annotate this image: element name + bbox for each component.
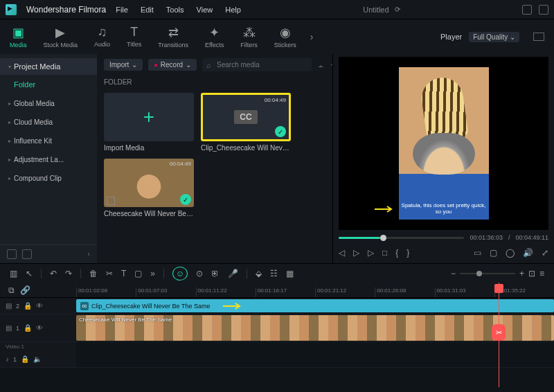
- snapshot-icon[interactable]: [533, 33, 544, 41]
- mask-icon[interactable]: ⛨: [211, 269, 220, 278]
- zoom-slider[interactable]: [460, 273, 515, 274]
- track-header-audio[interactable]: ♪ 1 🔒 🔈: [0, 351, 76, 367]
- tab-transitions[interactable]: ⇄Transitions: [158, 25, 188, 48]
- undo-icon[interactable]: ↶: [50, 269, 57, 278]
- select-tool-icon[interactable]: ↖: [26, 269, 33, 278]
- menu-view[interactable]: View: [197, 6, 213, 14]
- ribbon-next-icon[interactable]: ›: [310, 31, 314, 42]
- display-icon[interactable]: ▢: [490, 248, 497, 258]
- visibility-icon[interactable]: 👁: [36, 302, 43, 310]
- tab-audio[interactable]: ♫Audio: [94, 25, 110, 48]
- camera-icon[interactable]: ◯: [506, 248, 515, 258]
- play-icon[interactable]: ▷: [368, 248, 374, 258]
- render-icon[interactable]: ▦: [286, 269, 294, 278]
- clip-type-icon: [107, 197, 115, 205]
- search-icon: ⌕: [206, 61, 211, 69]
- quality-select[interactable]: Full Quality ⌄: [469, 32, 519, 42]
- ai-tool-icon[interactable]: ☺: [172, 267, 188, 280]
- cloud-sync-icon[interactable]: ⟳: [395, 6, 400, 13]
- caption-clip[interactable]: cc Clip_Cheesecake Will Never Be The Sam…: [76, 299, 554, 312]
- mark-in-icon[interactable]: {: [395, 248, 398, 258]
- clip-icon[interactable]: ▭: [474, 248, 481, 258]
- more-tools-icon[interactable]: »: [150, 269, 155, 278]
- import-button[interactable]: Import ⌄: [104, 59, 143, 71]
- annotation-arrow-icon: [373, 205, 394, 213]
- cc-clip-tile[interactable]: 00:04:49 CC ✓ Clip_Cheesecake Will Never…: [201, 93, 291, 152]
- save-icon[interactable]: [539, 5, 548, 15]
- track-header-video[interactable]: ▤ 1 🔒 👁: [0, 314, 76, 341]
- timeline-tracks: ▤ 2 🔒 👁 cc Clip_Cheesecake Will Never Be…: [0, 298, 554, 388]
- menu-tools[interactable]: Tools: [166, 6, 184, 14]
- tab-titles[interactable]: TTitles: [127, 25, 141, 48]
- preview-viewport[interactable]: Spatula, this does set pretty quick, so …: [339, 57, 548, 230]
- link-icon[interactable]: 🔗: [20, 285, 30, 295]
- titles-icon: T: [130, 25, 138, 39]
- menu-help[interactable]: Help: [225, 6, 241, 14]
- magnet-icon[interactable]: ⧉: [8, 285, 15, 295]
- sidebar-item-adjustment-layer[interactable]: Adjustment La...: [0, 150, 97, 169]
- lock-icon[interactable]: 🔒: [24, 324, 32, 332]
- zoom-in-icon[interactable]: +: [519, 269, 524, 278]
- timeline-ruler[interactable]: ⧉ 🔗 00:01:02:08 00:01:07:03 00:01:11:22 …: [0, 283, 554, 298]
- timeline-settings-icon[interactable]: ≡: [539, 269, 544, 278]
- sidebar-item-global-media[interactable]: Global Media: [0, 94, 97, 113]
- tab-filters[interactable]: ⁂Filters: [240, 25, 258, 48]
- playhead-handle[interactable]: [494, 284, 503, 293]
- volume-icon[interactable]: 🔊: [523, 248, 533, 258]
- sidebar-item-cloud-media[interactable]: Cloud Media: [0, 113, 97, 132]
- play-pause-icon[interactable]: ▷: [353, 248, 359, 258]
- layout-icon[interactable]: [522, 5, 532, 15]
- tab-stickers[interactable]: ◉Stickers: [274, 25, 296, 48]
- delete-marker-icon[interactable]: ✂: [492, 324, 506, 341]
- crop-icon[interactable]: ▢: [134, 269, 142, 278]
- voiceover-icon[interactable]: 🎤: [228, 269, 238, 278]
- track-header-cc[interactable]: ▤ 2 🔒 👁: [0, 298, 76, 314]
- mixer-icon[interactable]: ☷: [270, 269, 278, 278]
- sidebar-header[interactable]: ▾Project Media: [0, 58, 97, 75]
- folder-label: FOLDER: [97, 75, 332, 89]
- fullscreen-icon[interactable]: ⤢: [542, 248, 548, 258]
- marker-icon[interactable]: ⬙: [256, 269, 262, 278]
- sidebar-item-compound-clip[interactable]: Compound Clip: [0, 169, 97, 188]
- tab-effects[interactable]: ✦Effects: [205, 25, 224, 48]
- video-clip-tile[interactable]: 00:04:49 ✓ Cheesecake Will Never Be T...: [104, 159, 194, 217]
- app-logo: [6, 4, 17, 15]
- pointer-tool-icon[interactable]: ▥: [10, 269, 17, 278]
- import-media-tile[interactable]: + Import Media: [104, 93, 194, 152]
- prev-frame-icon[interactable]: ◁: [339, 248, 345, 258]
- app-name: Wondershare Filmora: [26, 5, 106, 15]
- project-sidebar: ▾Project Media Folder Global Media Cloud…: [0, 54, 97, 263]
- speed-icon[interactable]: ⊙: [196, 269, 203, 278]
- title-bar: Wondershare Filmora File Edit Tools View…: [0, 0, 554, 19]
- collapse-sidebar-icon[interactable]: ‹: [87, 249, 90, 259]
- zoom-fit-icon[interactable]: ⊡: [528, 269, 535, 278]
- tab-stock-media[interactable]: ▶Stock Media: [44, 25, 78, 48]
- menu-edit[interactable]: Edit: [141, 6, 154, 14]
- split-icon[interactable]: ✂: [106, 269, 113, 278]
- mute-icon[interactable]: 🔈: [33, 355, 42, 363]
- visibility-icon[interactable]: 👁: [36, 324, 43, 332]
- new-folder-icon[interactable]: [7, 249, 17, 259]
- cc-badge-icon: cc: [80, 302, 89, 310]
- zoom-out-icon[interactable]: −: [451, 269, 456, 278]
- sidebar-item-influence-kit[interactable]: Influence Kit: [0, 132, 97, 150]
- search-input[interactable]: [214, 60, 307, 70]
- stock-icon: ▶: [55, 25, 65, 40]
- lock-icon[interactable]: 🔒: [24, 302, 32, 310]
- delete-icon[interactable]: 🗑: [89, 269, 98, 278]
- scrub-slider[interactable]: [339, 237, 464, 239]
- redo-icon[interactable]: ↷: [65, 269, 72, 278]
- tab-media[interactable]: ▣Media: [10, 25, 27, 48]
- menu-file[interactable]: File: [116, 6, 128, 14]
- lock-icon[interactable]: 🔒: [21, 355, 29, 363]
- filter-icon[interactable]: ⫠: [317, 61, 325, 69]
- sidebar-folder[interactable]: Folder: [0, 75, 97, 94]
- record-button[interactable]: Record ⌄: [148, 59, 197, 71]
- text-tool-icon[interactable]: T: [121, 269, 126, 278]
- ribbon-tabs: ▣Media ▶Stock Media ♫Audio TTitles ⇄Tran…: [0, 19, 554, 54]
- stop-icon[interactable]: □: [382, 248, 387, 258]
- new-bin-icon[interactable]: [22, 249, 32, 259]
- video-clip[interactable]: Cheesecake Will Never Be The Same: [76, 315, 554, 341]
- mark-out-icon[interactable]: }: [406, 248, 409, 258]
- check-icon: ✓: [180, 194, 191, 205]
